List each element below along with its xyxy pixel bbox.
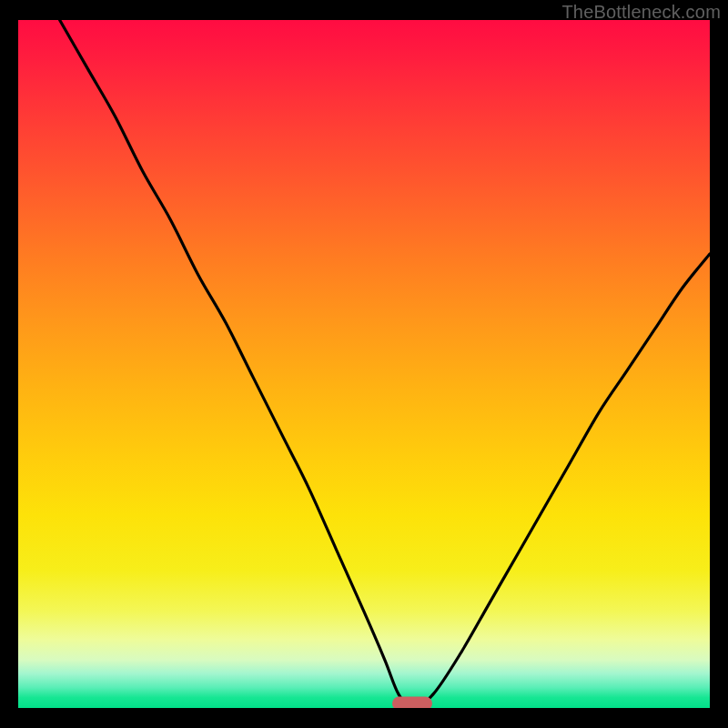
plot-area <box>18 20 710 708</box>
bottleneck-curve <box>60 20 710 708</box>
curve-svg <box>18 20 710 708</box>
watermark-text: TheBottleneck.com <box>561 2 721 23</box>
optimum-marker <box>392 697 432 708</box>
chart-frame: TheBottleneck.com <box>0 0 728 728</box>
